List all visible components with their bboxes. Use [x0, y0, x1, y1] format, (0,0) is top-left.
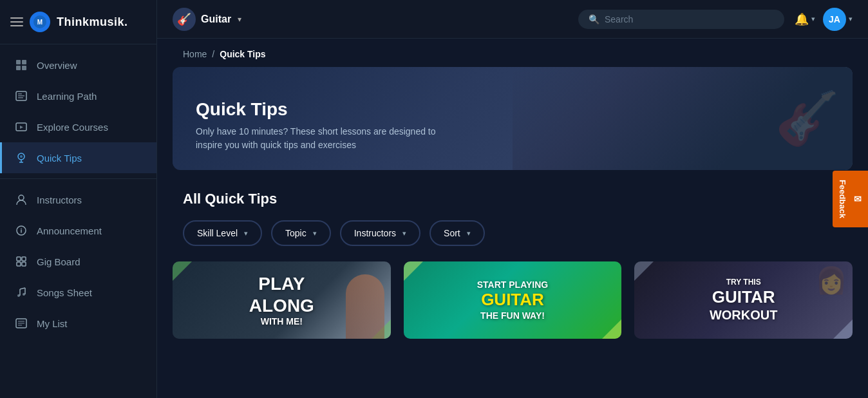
subject-name: Guitar: [201, 14, 231, 25]
sidebar-item-gig-board[interactable]: Gig Board: [0, 246, 156, 277]
learning-path-icon: [15, 90, 28, 102]
subject-chevron-icon: ▾: [238, 15, 241, 24]
card2-line1: START PLAYING: [477, 280, 548, 290]
avatar: JA: [823, 8, 846, 31]
card3-line3: WORKOUT: [710, 307, 778, 323]
card3-corner-br: [833, 319, 853, 339]
svg-marker-11: [20, 126, 23, 129]
user-avatar-row[interactable]: JA ▾: [823, 8, 853, 31]
sidebar-header: M Thinkmusik.: [0, 0, 156, 44]
card-guitar-fun[interactable]: START PLAYING GUITAR THE FUN WAY!: [404, 261, 622, 339]
hero-banner: 🎸 Quick Tips Only have 10 minutes? These…: [173, 67, 853, 170]
sidebar-item-instructors[interactable]: Instructors: [0, 184, 156, 215]
filter-skill-level-chevron-icon: ▾: [244, 229, 248, 238]
announcement-icon: [15, 224, 28, 237]
sidebar-divider: [0, 178, 156, 179]
sidebar-item-songs-sheet[interactable]: Songs Sheet: [0, 277, 156, 308]
content-area: Home / Quick Tips 🎸 Quick Tips Only have…: [157, 39, 868, 398]
svg-rect-22: [22, 262, 26, 266]
quick-tips-icon: [15, 151, 28, 164]
main-area: 🎸 Guitar ▾ 🔍 🔔 ▾ JA ▾ Home / Quick Tips: [157, 0, 868, 398]
sidebar-item-quick-tips[interactable]: Quick Tips: [0, 142, 156, 173]
card-play-along[interactable]: PLAY ALONG WITH ME!: [173, 261, 391, 339]
filter-sort-label: Sort: [444, 228, 460, 238]
card3-person: 👩: [815, 265, 847, 296]
sidebar-item-songs-sheet-label: Songs Sheet: [37, 287, 92, 298]
card-corner-decor-tl: [173, 261, 192, 281]
topbar-actions: 🔔 ▾ JA ▾: [795, 8, 853, 31]
sidebar-item-my-list[interactable]: My List: [0, 308, 156, 339]
bell-chevron-icon: ▾: [811, 15, 815, 23]
sidebar-item-announcement[interactable]: Announcement: [0, 215, 156, 246]
subject-icon: 🎸: [173, 8, 196, 31]
filter-instructors-label: Instructors: [354, 228, 396, 238]
my-list-icon: [15, 317, 28, 330]
card3-line1: TRY THIS: [710, 278, 778, 287]
svg-rect-8: [18, 95, 24, 97]
sidebar-item-announcement-label: Announcement: [37, 225, 102, 236]
sidebar-item-explore-courses[interactable]: Explore Courses: [0, 111, 156, 142]
search-icon: 🔍: [589, 14, 599, 24]
filter-skill-level[interactable]: Skill Level ▾: [183, 220, 262, 246]
avatar-chevron-icon: ▾: [849, 15, 853, 23]
breadcrumb-current: Quick Tips: [220, 49, 265, 59]
filter-instructors-chevron-icon: ▾: [402, 229, 406, 238]
feedback-label: Feedback: [838, 180, 847, 218]
svg-rect-9: [18, 97, 23, 99]
instructors-icon: [15, 193, 28, 206]
svg-rect-7: [18, 93, 22, 95]
svg-line-27: [20, 288, 25, 289]
card1-person: [346, 274, 384, 339]
breadcrumb-separator: /: [212, 49, 214, 59]
hero-bg-guitar: 🎸: [775, 67, 840, 170]
search-bar: 🔍: [578, 10, 784, 29]
sidebar-item-learning-path-label: Learning Path: [37, 91, 97, 102]
sidebar-item-overview[interactable]: Overview: [0, 50, 156, 81]
search-input[interactable]: [605, 14, 774, 24]
svg-rect-21: [17, 262, 21, 266]
hero-subtitle: Only have 10 minutes? These short lesson…: [196, 125, 440, 152]
card-guitar-workout[interactable]: TRY THIS GUITAR WORKOUT 👩: [634, 261, 853, 339]
svg-text:M: M: [37, 19, 42, 26]
svg-rect-5: [22, 66, 26, 70]
feedback-tab[interactable]: ✉ Feedback: [833, 171, 868, 227]
svg-rect-20: [22, 257, 26, 261]
explore-courses-icon: [15, 120, 28, 133]
hero-content: Quick Tips Only have 10 minutes? These s…: [196, 99, 440, 152]
notifications-button[interactable]: 🔔 ▾: [795, 12, 815, 26]
section-title: All Quick Tips: [157, 185, 868, 220]
svg-rect-19: [17, 257, 21, 261]
card1-line3: WITH ME!: [249, 316, 314, 327]
sidebar-item-quick-tips-label: Quick Tips: [37, 153, 82, 164]
filter-sort[interactable]: Sort ▾: [429, 220, 485, 246]
logo-icon: M: [30, 12, 50, 32]
card3-line2: GUITAR: [710, 287, 778, 307]
svg-rect-4: [16, 66, 21, 70]
card-guitar-fun-image: START PLAYING GUITAR THE FUN WAY!: [404, 261, 622, 339]
svg-point-13: [20, 155, 23, 158]
card2-corner-br: [602, 319, 621, 339]
hero-title: Quick Tips: [196, 99, 440, 120]
card2-line3: THE FUN WAY!: [477, 310, 548, 321]
hero-bg-decor: [513, 67, 853, 170]
filter-topic-label: Topic: [285, 228, 307, 238]
feedback-envelope-icon: ✉: [853, 194, 863, 204]
subject-selector[interactable]: 🎸 Guitar ▾: [173, 8, 241, 31]
breadcrumb: Home / Quick Tips: [157, 39, 868, 67]
svg-rect-3: [22, 60, 26, 64]
sidebar-item-instructors-label: Instructors: [37, 194, 82, 205]
menu-toggle[interactable]: [10, 17, 23, 26]
card-play-along-image: PLAY ALONG WITH ME!: [173, 261, 391, 339]
filter-topic-chevron-icon: ▾: [313, 229, 317, 238]
filter-row: Skill Level ▾ Topic ▾ Instructors ▾ Sort…: [157, 220, 868, 261]
filter-instructors[interactable]: Instructors ▾: [340, 220, 420, 246]
card3-corner-tl: [634, 261, 654, 281]
topbar: 🎸 Guitar ▾ 🔍 🔔 ▾ JA ▾: [157, 0, 868, 39]
sidebar-item-learning-path[interactable]: Learning Path: [0, 81, 156, 111]
sidebar-item-explore-courses-label: Explore Courses: [37, 122, 108, 133]
filter-sort-chevron-icon: ▾: [467, 229, 471, 238]
sidebar-item-gig-board-label: Gig Board: [37, 256, 80, 267]
filter-topic[interactable]: Topic ▾: [271, 220, 331, 246]
card2-corner-tl: [404, 261, 423, 281]
breadcrumb-home[interactable]: Home: [183, 49, 207, 59]
